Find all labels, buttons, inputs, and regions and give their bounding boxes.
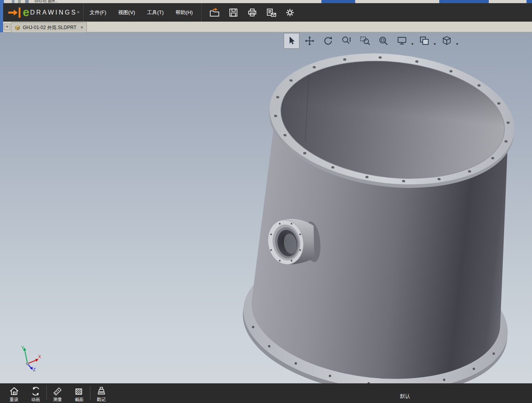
section-button[interactable]: 截面: [68, 383, 90, 402]
display-settings-dropdown-caret[interactable]: ▾: [434, 42, 436, 46]
bg-window-icon-fragment: [18, 0, 21, 3]
bg-window-block: [321, 0, 355, 3]
document-tab[interactable]: GHJ-01-02 外筒.SLDPRT ×: [11, 22, 87, 32]
fullscreen-icon: [397, 36, 407, 46]
menu-tools[interactable]: 工具(T): [141, 6, 170, 20]
part-file-icon: [15, 25, 20, 31]
orientation-dropdown-caret[interactable]: ▾: [456, 42, 458, 46]
display-settings-tool[interactable]: [416, 33, 433, 49]
menubar-toolbar: [202, 7, 295, 18]
orientation-cube-icon: [442, 36, 452, 46]
edrawings-arrow-icon: [8, 7, 22, 18]
triad-z-label: Z: [33, 367, 36, 372]
bg-window-block: [439, 0, 489, 3]
rotate-tool[interactable]: [320, 33, 336, 49]
triad-x-label: X: [38, 354, 41, 359]
menu-help[interactable]: 帮助(H): [170, 6, 199, 20]
zoom-area-icon: [360, 36, 370, 46]
measure-label: 测量: [53, 397, 62, 402]
stamp-button[interactable]: 戳记: [90, 383, 112, 402]
stamp-label: 戳记: [97, 397, 106, 402]
animation-icon: [31, 386, 41, 396]
send-email-icon[interactable]: [266, 7, 276, 18]
stamp-icon: [96, 386, 106, 396]
bg-window-icon-fragment: [25, 0, 29, 3]
reset-button[interactable]: 重设: [3, 383, 25, 402]
bg-window-icon-fragment: [12, 0, 15, 3]
reset-label: 重设: [10, 397, 18, 402]
print-icon[interactable]: [247, 7, 257, 18]
select-arrow-icon: [286, 36, 297, 46]
section-icon: [74, 386, 84, 396]
zoom-fit-tool[interactable]: [375, 33, 392, 49]
menu-view[interactable]: 视图(V): [112, 6, 141, 20]
fullscreen-tool[interactable]: [394, 33, 410, 49]
measure-icon: [53, 386, 63, 396]
view-toolbar: ▾ ▾ ▾: [284, 33, 459, 49]
zoom-in-out-icon: [341, 36, 352, 46]
rotate-icon: [323, 36, 333, 46]
model-3d[interactable]: [0, 32, 532, 383]
tab-close-icon[interactable]: ×: [80, 25, 83, 30]
open-icon[interactable]: [209, 7, 220, 18]
settings-gear-icon[interactable]: [285, 7, 295, 18]
orientation-triad: Y X Z: [16, 344, 43, 372]
animate-label: 动画: [31, 397, 40, 402]
3d-viewport[interactable]: ▾ ▾ ▾ Y X Z: [0, 32, 532, 383]
zoom-area-tool[interactable]: [357, 33, 373, 49]
triad-y-label: Y: [21, 345, 24, 350]
new-tab-button[interactable]: +: [4, 24, 10, 30]
configuration-name: 默认: [400, 393, 410, 400]
tab-title: GHJ-01-02 外筒.SLDPRT: [23, 24, 76, 31]
bg-window-block: [526, 0, 532, 3]
zoom-in-out-tool[interactable]: [338, 33, 355, 49]
animate-button[interactable]: 动画: [25, 383, 46, 402]
pan-icon: [305, 36, 315, 46]
save-icon[interactable]: [228, 7, 238, 18]
zoom-fit-icon: [378, 36, 389, 46]
logo-registered-mark: ®: [77, 11, 79, 14]
background-window-edge: [0, 0, 3, 32]
background-window-title-fragment: GHJ-01 搅拌...: [35, 0, 58, 3]
menubar: e DRAWINGS ® 文件(F) 视图(V) 工具(T) 帮助(H): [3, 3, 532, 22]
select-tool[interactable]: [284, 33, 299, 49]
fullscreen-dropdown-caret[interactable]: ▾: [411, 42, 413, 46]
home-icon: [9, 386, 19, 396]
status-bar: 重设 动画 测量 截面: [0, 383, 532, 403]
menu-file[interactable]: 文件(F): [84, 6, 112, 20]
pan-tool[interactable]: [301, 33, 318, 49]
tab-bar: + GHJ-01-02 外筒.SLDPRT ×: [3, 22, 532, 32]
edrawings-logo: e DRAWINGS ®: [3, 3, 84, 22]
background-window-sliver: GHJ-01 搅拌...: [0, 0, 532, 3]
logo-name: DRAWINGS: [30, 9, 77, 16]
logo-e: e: [23, 6, 29, 19]
measure-button[interactable]: 测量: [47, 383, 68, 402]
view-orientation-tool[interactable]: [438, 33, 455, 49]
section-label: 截面: [75, 397, 84, 402]
display-settings-icon: [419, 36, 429, 46]
